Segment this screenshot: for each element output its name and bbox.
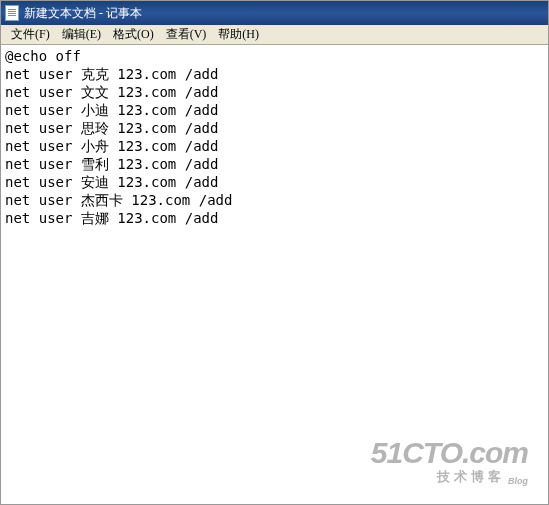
menu-format[interactable]: 格式(O): [107, 24, 160, 45]
window-title: 新建文本文档 - 记事本: [24, 5, 142, 22]
menu-view[interactable]: 查看(V): [160, 24, 213, 45]
window-titlebar: 新建文本文档 - 记事本: [1, 1, 548, 25]
text-area[interactable]: @echo off net user 克克 123.com /add net u…: [1, 45, 548, 504]
menubar: 文件(F) 编辑(E) 格式(O) 查看(V) 帮助(H): [1, 25, 548, 45]
menu-help[interactable]: 帮助(H): [212, 24, 265, 45]
notepad-icon: [5, 5, 19, 21]
menu-edit[interactable]: 编辑(E): [56, 24, 107, 45]
menu-file[interactable]: 文件(F): [5, 24, 56, 45]
